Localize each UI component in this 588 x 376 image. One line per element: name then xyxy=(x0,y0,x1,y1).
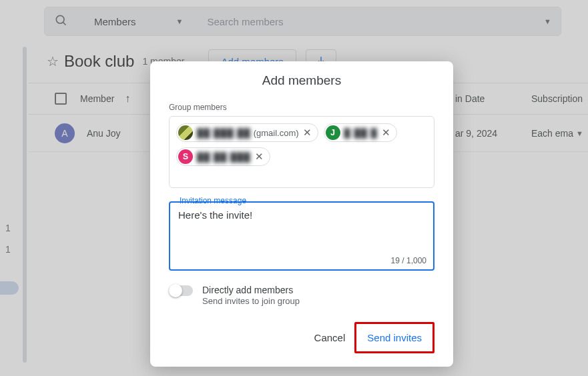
dialog-title: Add members xyxy=(169,73,434,88)
chip-name: ██ ██ ███ xyxy=(197,152,251,162)
toggle-subtitle: Send invites to join group xyxy=(202,296,300,307)
cancel-button[interactable]: Cancel xyxy=(308,327,352,349)
chip-suffix: (gmail.com) xyxy=(254,128,299,138)
dialog-actions: Cancel Send invites xyxy=(169,322,434,353)
char-counter: 19 / 1,000 xyxy=(391,256,426,265)
avatar: S xyxy=(178,149,193,164)
chip-name: ██ ███ ██ xyxy=(197,128,251,138)
toggle-title: Directly add members xyxy=(202,284,300,296)
avatar: J xyxy=(326,125,340,140)
chip-name: █ ██ █ xyxy=(344,128,378,138)
remove-chip-icon[interactable]: ✕ xyxy=(380,127,392,139)
member-chip: J █ ██ █ ✕ xyxy=(324,123,397,142)
group-members-input[interactable]: ██ ███ ██ (gmail.com) ✕ J █ ██ █ ✕ S ██ … xyxy=(169,116,434,188)
send-invites-button[interactable]: Send invites xyxy=(359,327,430,349)
invitation-message-field: Invitation message Here's the invite! 19… xyxy=(169,201,434,271)
remove-chip-icon[interactable]: ✕ xyxy=(254,151,266,163)
highlight-box: Send invites xyxy=(354,322,434,353)
group-members-label: Group members xyxy=(169,103,434,112)
member-chip: S ██ ██ ███ ✕ xyxy=(176,147,270,166)
remove-chip-icon[interactable]: ✕ xyxy=(302,127,314,139)
directly-add-toggle-row: Directly add members Send invites to joi… xyxy=(169,284,434,307)
invitation-textarea[interactable]: Here's the invite! 19 / 1,000 xyxy=(169,201,434,271)
add-members-dialog: Add members Group members ██ ███ ██ (gma… xyxy=(150,61,453,367)
avatar xyxy=(178,125,193,140)
member-chip: ██ ███ ██ (gmail.com) ✕ xyxy=(176,123,318,142)
directly-add-toggle[interactable] xyxy=(169,285,193,296)
